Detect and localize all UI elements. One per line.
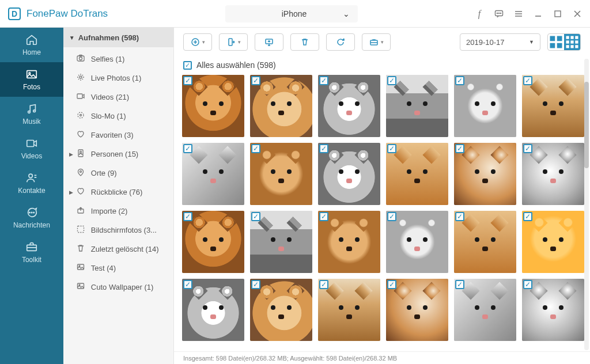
photo-thumbnail[interactable]: ✓ [250,75,312,137]
photo-thumbnail[interactable]: ✓ [386,75,448,137]
share-facebook-icon[interactable]: f [475,9,484,18]
photo-thumbnail[interactable]: ✓ [250,143,312,205]
refresh-button[interactable] [326,33,355,51]
date-filter[interactable]: 2019-10-17 ▼ [460,33,540,51]
nav-fotos[interactable]: Fotos [0,62,63,97]
nav-toolkit[interactable]: Toolkit [0,235,63,270]
device-selector[interactable]: iPhone ⌄ [225,5,358,22]
photo-thumbnail[interactable]: ✓ [182,211,244,273]
feedback-icon[interactable] [494,9,504,18]
select-all-checkbox[interactable]: ✓ [183,61,192,70]
delete-button[interactable] [290,33,319,51]
photo-thumbnail[interactable]: ✓ [318,143,380,205]
tree-header[interactable]: ▼ Aufnahmen (598) [63,28,173,47]
photo-thumbnail[interactable]: ✓ [386,211,448,273]
thumb-checkbox[interactable]: ✓ [319,144,328,153]
tree-item[interactable]: Live Photos (1) [63,69,173,88]
photo-thumbnail[interactable]: ✓ [454,75,516,137]
photo-thumbnail[interactable]: ✓ [454,279,516,341]
thumb-checkbox[interactable]: ✓ [251,76,260,85]
tree-item[interactable]: Orte (9) [63,164,173,183]
thumb-checkbox[interactable]: ✓ [183,144,192,153]
thumb-checkbox[interactable]: ✓ [455,76,464,85]
thumb-checkbox[interactable]: ✓ [523,76,532,85]
photo-thumbnail[interactable]: ✓ [318,211,380,273]
tree-item[interactable]: Selfies (1) [63,50,173,69]
photo-thumbnail[interactable]: ✓ [182,279,244,341]
photo-thumbnail[interactable]: ✓ [386,143,448,205]
select-all-row[interactable]: ✓ Alles auswählen (598) [174,56,590,74]
thumb-checkbox[interactable]: ✓ [387,144,396,153]
svg-rect-44 [575,40,578,43]
scrollbar-handle[interactable] [584,82,589,168]
nav-nachrichten[interactable]: Nachrichten [0,200,63,235]
tree-item[interactable]: Slo-Mo (1) [63,107,173,126]
thumb-checkbox[interactable]: ✓ [387,280,396,289]
photo-thumbnail[interactable]: ✓ [522,143,584,205]
triangle-down-icon: ▼ [69,35,75,41]
nav-home[interactable]: Home [0,28,63,62]
thumb-checkbox[interactable]: ✓ [319,76,328,85]
toolbar: ▾ ▾ ▾ 2019-10-17 ▼ [174,28,590,56]
photo-thumbnail[interactable]: ✓ [250,279,312,341]
tree-item-icon [76,168,85,179]
photo-thumbnail[interactable]: ✓ [250,211,312,273]
thumb-checkbox[interactable]: ✓ [455,144,464,153]
scrollbar[interactable] [584,59,589,350]
thumb-checkbox[interactable]: ✓ [251,144,260,153]
tree-item[interactable]: Favoriten (3) [63,126,173,145]
thumb-checkbox[interactable]: ✓ [387,76,396,85]
photo-thumbnail[interactable]: ✓ [182,75,244,137]
photo-thumbnail[interactable]: ✓ [454,143,516,205]
thumb-checkbox[interactable]: ✓ [455,280,464,289]
nav-musik[interactable]: Musik [0,97,63,131]
thumb-checkbox[interactable]: ✓ [455,212,464,221]
tree-item[interactable]: Test (4) [63,259,173,278]
thumb-checkbox[interactable]: ✓ [523,144,532,153]
photo-thumbnail[interactable]: ✓ [454,211,516,273]
photo-thumbnail[interactable]: ✓ [522,75,584,137]
minimize-button[interactable] [534,9,543,18]
svg-rect-9 [27,141,34,147]
thumb-checkbox[interactable]: ✓ [319,212,328,221]
status-bar: Insgesamt: 598 Datei(en)/268.32 MB; Ausg… [174,351,590,364]
photo-thumbnail[interactable]: ✓ [182,143,244,205]
svg-point-2 [498,13,499,13]
add-button[interactable]: ▾ [183,33,212,51]
tree-item-label: Favoriten (3) [91,131,134,139]
svg-point-24 [80,171,81,173]
thumb-checkbox[interactable]: ✓ [523,212,532,221]
nav-kontakte[interactable]: Kontakte [0,166,63,200]
thumb-checkbox[interactable]: ✓ [523,280,532,289]
tree-item[interactable]: Cuto Wallpaper (1) [63,278,173,297]
photo-thumbnail[interactable]: ✓ [522,279,584,341]
maximize-button[interactable] [553,9,562,18]
photo-thumbnail[interactable]: ✓ [522,211,584,273]
photo-thumbnail[interactable]: ✓ [318,279,380,341]
thumb-checkbox[interactable]: ✓ [183,212,192,221]
thumb-checkbox[interactable]: ✓ [251,212,260,221]
tree-item[interactable]: ▶Personen (15) [63,145,173,164]
tree-item[interactable]: Zuletzt gelöscht (14) [63,240,173,259]
photo-thumbnail[interactable]: ✓ [318,75,380,137]
thumb-checkbox[interactable]: ✓ [387,212,396,221]
tree-item[interactable]: ▶Rückblicke (76) [63,183,173,202]
photo-thumbnail[interactable]: ✓ [386,279,448,341]
toolbox-button[interactable]: ▾ [362,33,391,51]
thumb-checkbox[interactable]: ✓ [183,280,192,289]
tree-item[interactable]: Videos (21) [63,88,173,107]
export-to-pc-button[interactable] [255,33,283,51]
export-to-device-button[interactable]: ▾ [219,33,248,51]
menu-icon[interactable] [514,9,523,18]
close-button[interactable] [573,9,582,18]
thumb-checkbox[interactable]: ✓ [251,280,260,289]
tree-item-icon [76,130,85,141]
thumb-checkbox[interactable]: ✓ [183,76,192,85]
tree-item[interactable]: Importe (2) [63,202,173,221]
thumb-checkbox[interactable]: ✓ [319,280,328,289]
nav-videos[interactable]: Videos [0,131,63,166]
tree-item[interactable]: Bildschirmfotos (3... [63,221,173,240]
view-grid-small[interactable] [564,34,580,50]
svg-rect-42 [566,40,569,43]
view-grid-large[interactable] [548,34,564,50]
